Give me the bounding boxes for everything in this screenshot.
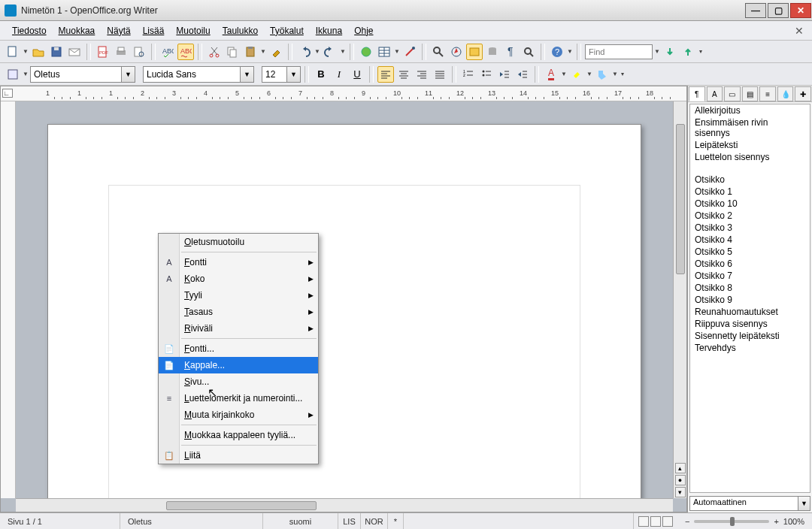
italic-button[interactable]: I bbox=[331, 66, 347, 83]
style-list-item[interactable] bbox=[690, 163, 810, 174]
style-list-item[interactable]: Otsikko 3 bbox=[690, 222, 810, 234]
style-list-item[interactable]: Otsikko 7 bbox=[690, 270, 810, 282]
table-button[interactable] bbox=[376, 44, 392, 60]
zoom-plus-icon[interactable]: + bbox=[774, 517, 778, 526]
paste-dropdown[interactable]: ▼ bbox=[260, 48, 266, 55]
style-list-item[interactable]: Allekirjoitus bbox=[690, 104, 810, 116]
help-dropdown[interactable]: ▼ bbox=[567, 48, 573, 55]
close-button[interactable]: ✕ bbox=[790, 3, 811, 18]
style-list[interactable]: AllekirjoitusEnsimmäisen rivin sisennysL… bbox=[689, 104, 810, 493]
align-center-button[interactable] bbox=[395, 66, 412, 83]
zoom-control[interactable]: − + 100% bbox=[677, 517, 812, 526]
print-preview-button[interactable] bbox=[131, 44, 147, 60]
menu-format[interactable]: Muotoilu bbox=[170, 23, 216, 38]
find-input[interactable] bbox=[585, 44, 653, 59]
bold-button[interactable]: B bbox=[313, 66, 329, 83]
menu-window[interactable]: Ikkuna bbox=[310, 23, 348, 38]
toolbar-overflow[interactable]: ▾ bbox=[698, 48, 704, 55]
style-list-item[interactable]: Sisennetty leipäteksti bbox=[690, 330, 810, 342]
align-justify-button[interactable] bbox=[432, 66, 448, 83]
status-signature[interactable] bbox=[404, 513, 634, 529]
gallery-button[interactable] bbox=[466, 44, 483, 60]
horizontal-scrollbar[interactable] bbox=[16, 498, 673, 512]
font-color-dd[interactable]: ▼ bbox=[561, 71, 567, 77]
find-prev-button[interactable] bbox=[680, 44, 696, 60]
style-list-item[interactable]: Otsikko 2 bbox=[690, 210, 810, 222]
context-menu-item[interactable]: 📄Kappale... bbox=[159, 357, 318, 373]
font-color-button[interactable]: A bbox=[543, 66, 559, 83]
email-button[interactable] bbox=[66, 44, 83, 60]
nonprinting-button[interactable]: ¶ bbox=[502, 44, 519, 60]
style-list-item[interactable]: Otsikko 6 bbox=[690, 258, 810, 270]
style-list-item[interactable]: Ensimmäisen rivin sisennys bbox=[690, 116, 810, 139]
find-next-button[interactable] bbox=[662, 44, 678, 60]
status-page[interactable]: Sivu 1 / 1 bbox=[0, 513, 120, 529]
status-style[interactable]: Oletus bbox=[120, 513, 263, 529]
book-view-icon[interactable] bbox=[662, 516, 673, 527]
redo-dropdown[interactable]: ▼ bbox=[340, 48, 346, 55]
nav-target-icon[interactable]: ● bbox=[675, 475, 686, 485]
style-list-item[interactable]: Otsikko 9 bbox=[690, 294, 810, 306]
find-dropdown[interactable]: ▼ bbox=[654, 48, 660, 55]
undo-button[interactable] bbox=[296, 44, 313, 60]
hyperlink-button[interactable] bbox=[358, 44, 374, 60]
bullets-button[interactable] bbox=[478, 66, 495, 83]
context-menu-item[interactable]: ≡Luettelomerkit ja numerointi... bbox=[159, 390, 318, 407]
background-color-button[interactable] bbox=[594, 66, 611, 83]
format-paintbrush-button[interactable] bbox=[268, 44, 284, 60]
menu-table[interactable]: Taulukko bbox=[217, 23, 264, 38]
style-list-item[interactable]: Otsikko 5 bbox=[690, 246, 810, 258]
style-list-item[interactable]: Otsikko bbox=[690, 174, 810, 186]
zoom-button[interactable] bbox=[520, 44, 537, 60]
close-document-button[interactable]: ✕ bbox=[792, 24, 806, 38]
cut-button[interactable] bbox=[206, 44, 223, 60]
context-menu-item[interactable]: Sivu... bbox=[159, 373, 318, 390]
nav-next-icon[interactable]: ▾ bbox=[675, 487, 686, 497]
styles-button[interactable] bbox=[5, 66, 21, 83]
copy-button[interactable] bbox=[224, 44, 241, 60]
vertical-scrollbar[interactable]: ▴ ● ▾ bbox=[673, 101, 686, 498]
document-canvas[interactable] bbox=[16, 101, 673, 498]
context-menu-item[interactable]: 📄Fontti... bbox=[159, 340, 318, 357]
new-document-button[interactable] bbox=[5, 44, 21, 60]
menu-help[interactable]: Ohje bbox=[348, 23, 379, 38]
list-styles-tab[interactable]: ≡ bbox=[759, 86, 776, 101]
font-name-combo[interactable]: Lucida Sans▼ bbox=[143, 66, 254, 83]
paragraph-styles-tab[interactable]: ¶ bbox=[689, 86, 705, 101]
context-menu-item[interactable]: Tasaus▶ bbox=[159, 304, 318, 320]
spellcheck-button[interactable]: ABC bbox=[159, 44, 176, 60]
style-list-item[interactable]: Luettelon sisennys bbox=[690, 151, 810, 163]
tab-stop-icon[interactable]: ∟ bbox=[2, 89, 13, 98]
context-menu-item[interactable]: AFontti▶ bbox=[159, 254, 318, 271]
menu-edit[interactable]: Muokkaa bbox=[53, 23, 102, 38]
zoom-value[interactable]: 100% bbox=[783, 517, 804, 526]
context-menu-item[interactable]: Muokkaa kappaleen tyyliä... bbox=[159, 427, 318, 443]
minimize-button[interactable]: — bbox=[745, 3, 766, 18]
context-menu-item[interactable]: Riviväli▶ bbox=[159, 320, 318, 337]
open-button[interactable] bbox=[30, 44, 47, 60]
paste-button[interactable] bbox=[242, 44, 259, 60]
undo-dropdown[interactable]: ▼ bbox=[314, 48, 320, 55]
underline-button[interactable]: U bbox=[349, 66, 365, 83]
character-styles-tab[interactable]: A bbox=[707, 86, 723, 101]
status-language[interactable]: suomi bbox=[263, 513, 338, 529]
zoom-slider[interactable] bbox=[694, 520, 769, 523]
table-dropdown[interactable]: ▼ bbox=[394, 48, 400, 55]
style-list-item[interactable]: Otsikko 1 bbox=[690, 186, 810, 198]
nav-prev-icon[interactable]: ▴ bbox=[675, 463, 686, 473]
autospellcheck-button[interactable]: ABC bbox=[177, 44, 194, 60]
status-insert-mode[interactable]: LIS bbox=[338, 513, 361, 529]
new-dropdown[interactable]: ▼ bbox=[23, 48, 29, 55]
export-pdf-button[interactable]: PDF bbox=[95, 44, 111, 60]
style-list-item[interactable]: Otsikko 10 bbox=[690, 198, 810, 210]
vertical-ruler[interactable] bbox=[1, 101, 16, 498]
context-menu-item[interactable]: Oletusmuotoilu bbox=[159, 234, 318, 250]
menu-view[interactable]: Näytä bbox=[101, 23, 136, 38]
menu-tools[interactable]: Työkalut bbox=[264, 23, 310, 38]
navigator-button[interactable] bbox=[448, 44, 465, 60]
page-styles-tab[interactable]: ▤ bbox=[742, 86, 759, 101]
status-selection-mode[interactable]: NOR bbox=[361, 513, 388, 529]
menu-file[interactable]: Tiedosto bbox=[6, 23, 53, 38]
fill-format-tab[interactable]: 💧 bbox=[777, 86, 794, 101]
context-menu-item[interactable]: Tyyli▶ bbox=[159, 287, 318, 304]
